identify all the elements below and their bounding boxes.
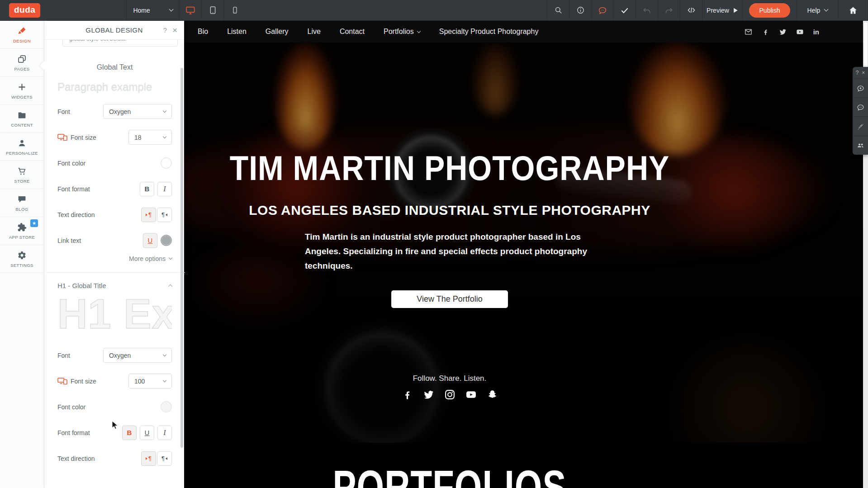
- puzzle-icon: [17, 223, 27, 232]
- email-icon[interactable]: [745, 28, 752, 36]
- sidebar-item-pages[interactable]: PAGES: [0, 49, 44, 77]
- panel-help-button[interactable]: ?: [163, 26, 167, 34]
- code-icon: [687, 5, 696, 15]
- chevron-down-icon: [417, 29, 420, 33]
- preview-scrollbar-thumb[interactable]: [864, 22, 868, 73]
- link-underline-button[interactable]: U: [143, 233, 157, 248]
- h1-font-color-swatch[interactable]: [161, 401, 172, 412]
- tablet-view-button[interactable]: [201, 0, 223, 20]
- h1-bold-button[interactable]: B: [122, 426, 137, 440]
- floating-tools-panel: ? ×: [853, 67, 868, 155]
- undo-button[interactable]: [636, 0, 658, 20]
- h1-section-header[interactable]: H1 - Global Title: [57, 282, 172, 289]
- link-color-swatch[interactable]: [161, 235, 172, 246]
- sidebar-item-widgets[interactable]: WIDGETS: [0, 77, 44, 105]
- h1-underline-button[interactable]: U: [140, 426, 154, 440]
- tools-help-button[interactable]: ?: [856, 70, 859, 76]
- redo-button[interactable]: [658, 0, 680, 20]
- h1-rtl-direction-button[interactable]: ¶: [157, 451, 172, 466]
- add-comment-button[interactable]: [853, 79, 868, 98]
- add-comment-icon: [857, 85, 864, 92]
- info-button[interactable]: [569, 0, 591, 20]
- font-format-label: Font format: [57, 185, 90, 193]
- sidebar-item-label: APP STORE: [9, 235, 35, 240]
- site-nav-live[interactable]: Live: [308, 28, 321, 36]
- saved-indicator-button[interactable]: [613, 0, 636, 20]
- link-text-label: Link text: [57, 237, 81, 244]
- sidebar-item-content[interactable]: CONTENT: [0, 105, 44, 133]
- font-label: Font: [57, 108, 70, 115]
- rtl-direction-button[interactable]: ¶: [157, 208, 172, 222]
- duda-logo[interactable]: duda: [9, 3, 40, 18]
- sidebar-item-personalize[interactable]: PERSONALIZE: [0, 133, 44, 161]
- panel-notice-clipped: global style set below.: [62, 40, 178, 53]
- view-portfolio-button[interactable]: View The Portfolio: [391, 290, 508, 308]
- publish-button[interactable]: Publish: [749, 3, 791, 18]
- h1-font-select[interactable]: Oxygen: [103, 348, 172, 363]
- site-nav-portfolios[interactable]: Portfolios: [384, 28, 420, 36]
- feedback-button[interactable]: [591, 0, 613, 20]
- dev-mode-button[interactable]: [680, 0, 702, 20]
- collaborators-button[interactable]: [853, 136, 868, 155]
- panel-notice-text: global style set below.: [62, 40, 178, 47]
- undo-icon: [642, 6, 651, 15]
- tools-close-button[interactable]: ×: [862, 70, 865, 76]
- site-nav-specialty[interactable]: Specialty Product Photography: [439, 28, 539, 36]
- facebook-icon[interactable]: [762, 28, 769, 36]
- linkedin-icon[interactable]: in: [813, 28, 819, 36]
- mobile-view-button[interactable]: [223, 0, 246, 20]
- publish-cell: Publish: [742, 0, 797, 20]
- instagram-icon[interactable]: [444, 389, 455, 400]
- sidebar-item-blog[interactable]: BLOG: [0, 189, 44, 217]
- font-select[interactable]: Oxygen: [103, 104, 172, 119]
- h1-font-size-select[interactable]: 100: [128, 374, 172, 389]
- panel-title: GLOBAL DESIGN: [85, 26, 142, 34]
- more-options-link[interactable]: More options: [57, 255, 172, 262]
- check-icon: [620, 6, 629, 15]
- cart-icon: [17, 166, 27, 176]
- search-button[interactable]: [547, 0, 569, 20]
- h1-font-size-value: 100: [134, 378, 145, 385]
- youtube-icon[interactable]: [796, 28, 804, 36]
- snapchat-icon[interactable]: [487, 389, 498, 400]
- h1-italic-button[interactable]: I: [157, 426, 172, 440]
- twitter-icon[interactable]: [423, 389, 434, 400]
- font-color-swatch[interactable]: [161, 157, 172, 169]
- font-size-select[interactable]: 18: [128, 130, 172, 145]
- italic-button[interactable]: I: [157, 182, 172, 196]
- dashboard-home-button[interactable]: [838, 0, 868, 20]
- help-menu[interactable]: Help: [797, 0, 838, 20]
- nav-label: Bio: [198, 28, 208, 36]
- panel-scrollbar-thumb[interactable]: [180, 68, 183, 448]
- hidden-widgets-button[interactable]: [853, 117, 868, 136]
- site-nav-social: in: [745, 28, 819, 36]
- site-nav-contact[interactable]: Contact: [340, 28, 365, 36]
- sidebar-item-store[interactable]: STORE: [0, 161, 44, 189]
- pilcrow-rtl-icon: ¶: [161, 211, 165, 218]
- twitter-icon[interactable]: [779, 28, 787, 36]
- desktop-view-button[interactable]: [179, 0, 201, 20]
- chevron-up-icon: [168, 284, 173, 289]
- h1-ltr-direction-button[interactable]: ¶: [141, 451, 156, 466]
- nav-label: Specialty Product Photography: [439, 28, 539, 36]
- site-nav-listen[interactable]: Listen: [227, 28, 247, 36]
- page-selector[interactable]: Home: [126, 0, 179, 20]
- sidebar-item-settings[interactable]: SETTINGS: [0, 245, 44, 273]
- search-icon: [554, 6, 563, 14]
- bold-button[interactable]: B: [140, 182, 154, 196]
- people-icon: [857, 142, 864, 149]
- page-selector-label: Home: [133, 7, 150, 14]
- site-nav-gallery[interactable]: Gallery: [266, 28, 289, 36]
- comments-button[interactable]: [853, 98, 868, 117]
- help-label: Help: [807, 7, 821, 14]
- site-nav-bio[interactable]: Bio: [198, 28, 208, 36]
- ltr-direction-button[interactable]: ¶: [141, 208, 156, 222]
- h1-example-preview: H1 Example: [57, 291, 172, 337]
- youtube-icon[interactable]: [465, 389, 477, 400]
- panel-close-button[interactable]: ×: [172, 25, 177, 35]
- facebook-icon[interactable]: [402, 389, 413, 400]
- sidebar-item-design[interactable]: DESIGN: [0, 21, 44, 49]
- h1-font-color-label: Font color: [57, 403, 85, 411]
- preview-button[interactable]: Preview: [702, 0, 742, 20]
- sidebar-item-app-store[interactable]: APP STORE ★: [0, 217, 44, 245]
